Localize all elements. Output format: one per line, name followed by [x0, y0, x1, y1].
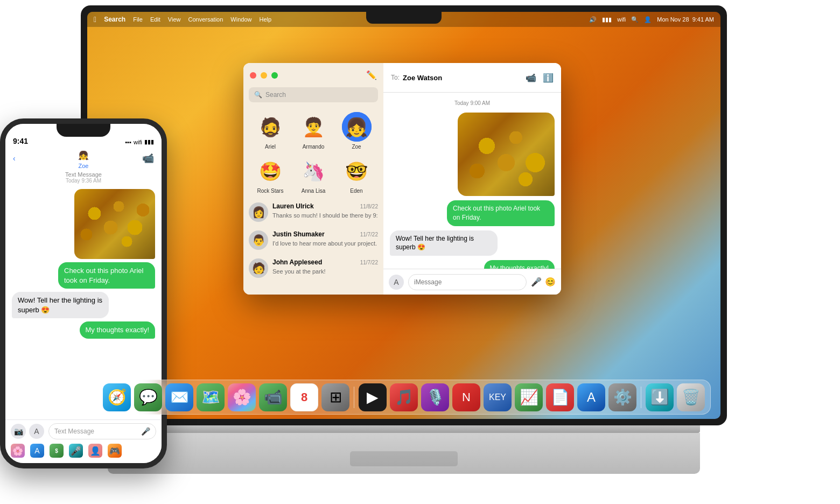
- dock-mail[interactable]: ✉️: [165, 383, 193, 411]
- iphone-apps-button[interactable]: A: [29, 424, 44, 439]
- dock-facetime[interactable]: 📹: [259, 383, 287, 411]
- pinned-contact-eden[interactable]: 🤓 Eden: [342, 156, 372, 194]
- conv-avatar-lauren: 👩: [249, 202, 268, 222]
- menubar-wifi[interactable]: wifi: [617, 16, 626, 23]
- macbook-screen-inner:  Search File Edit View Conversation Win…: [87, 12, 720, 419]
- iphone-contact-name[interactable]: Zoe: [79, 163, 89, 169]
- dock-separator: [354, 387, 354, 408]
- apple-menu[interactable]: : [94, 15, 96, 24]
- iphone-msg-2-bubble: Wow! Tell her the lighting is superb 😍: [12, 292, 109, 318]
- macbook-screen-outer:  Search File Edit View Conversation Win…: [81, 5, 727, 425]
- audio-input-button[interactable]: 🎤: [531, 277, 542, 287]
- iphone-chat-time: Today 9:36 AM: [5, 178, 162, 184]
- pinned-contact-annalisa[interactable]: 🦄 Anna Lisa: [299, 156, 328, 194]
- iphone-video-button[interactable]: 📹: [142, 152, 154, 164]
- dock-system-preferences[interactable]: ⚙️: [608, 383, 636, 411]
- dock-calendar[interactable]: 8: [290, 383, 318, 411]
- iphone-msg-photo-row: [12, 189, 155, 259]
- menubar-edit[interactable]: Edit: [150, 16, 160, 23]
- menubar-app-name[interactable]: Search: [104, 16, 125, 23]
- iphone-nav: ‹ 👧 Zoe 📹: [5, 148, 162, 169]
- dock-music[interactable]: 🎵: [390, 383, 418, 411]
- iphone-camera-button[interactable]: 📷: [11, 424, 26, 439]
- info-button[interactable]: ℹ️: [543, 73, 554, 83]
- traffic-light-green[interactable]: [271, 72, 278, 79]
- macbook-base: [108, 425, 700, 474]
- chat-header: To: Zoe Watson 📹 ℹ️: [383, 63, 561, 93]
- iphone-msg-1-row: Check out this photo Ariel took on Frida…: [12, 262, 155, 289]
- menubar-window[interactable]: Window: [230, 16, 251, 23]
- conv-preview-lauren: Thanks so much! I should be there by 9:0…: [272, 212, 378, 219]
- dock-pages[interactable]: 📄: [546, 383, 574, 411]
- iphone-back-button[interactable]: ‹: [13, 154, 16, 163]
- dock-appletv[interactable]: ▶: [359, 383, 387, 411]
- menubar-file[interactable]: File: [133, 16, 143, 23]
- search-placeholder-text: Search: [265, 91, 286, 99]
- sidebar-search[interactable]: 🔍 Search: [249, 87, 378, 102]
- iphone-dock-extra[interactable]: 🎮: [108, 444, 122, 458]
- iphone-msg-2-row: Wow! Tell her the lighting is superb 😍: [12, 292, 155, 318]
- conv-date-justin: 11/7/22: [360, 232, 378, 237]
- dock-launchpad[interactable]: ⊞: [321, 383, 349, 411]
- conv-info-justin: Justin Shumaker 11/7/22 I'd love to hear…: [272, 230, 378, 248]
- conv-info-john: John Appleseed 11/7/22 See you at the pa…: [272, 258, 378, 276]
- chat-recipient-name: Zoe Watson: [403, 74, 442, 82]
- iphone-contact-avatar[interactable]: 👧: [76, 148, 91, 163]
- apps-button[interactable]: A: [389, 275, 404, 290]
- pinned-name-zoe: Zoe: [352, 144, 361, 150]
- dock-separator-2: [641, 387, 641, 408]
- iphone-text-input[interactable]: Text Message 🎤: [48, 423, 156, 439]
- compose-button[interactable]: ✏️: [366, 70, 377, 80]
- iphone-contact-center: 👧 Zoe: [76, 148, 91, 169]
- conv-date-lauren: 11/8/22: [360, 204, 378, 209]
- dock-news[interactable]: N: [452, 383, 480, 411]
- video-call-button[interactable]: 📹: [526, 73, 536, 83]
- imessage-input[interactable]: [408, 274, 527, 290]
- menubar-view[interactable]: View: [168, 16, 181, 23]
- dock-appstore[interactable]: A: [577, 383, 605, 411]
- macbook-trackpad: [350, 451, 458, 466]
- pinned-name-annalisa: Anna Lisa: [302, 188, 325, 194]
- iphone-dock-photos[interactable]: 🌸: [11, 444, 25, 458]
- conversation-list: 👩 Lauren Ulrick 11/8/22 Thanks so much! …: [243, 198, 383, 295]
- pinned-contact-armando[interactable]: 🧑‍🦱 Armando: [299, 112, 328, 150]
- dock-photos[interactable]: 🌸: [228, 383, 256, 411]
- chat-timestamp: Today 9:00 AM: [390, 100, 555, 106]
- iphone-mic-icon[interactable]: 🎤: [141, 427, 150, 436]
- dock-keynote[interactable]: KEY: [484, 383, 512, 411]
- iphone-dock-audio[interactable]: 🎤: [69, 444, 83, 458]
- dock-numbers[interactable]: 📈: [515, 383, 543, 411]
- conv-item-lauren[interactable]: 👩 Lauren Ulrick 11/8/22 Thanks so much! …: [243, 198, 383, 226]
- pinned-name-rockstars: Rock Stars: [257, 188, 284, 194]
- menubar-volume[interactable]: 🔊: [589, 16, 597, 23]
- dock-podcasts[interactable]: 🎙️: [421, 383, 449, 411]
- menubar-siri[interactable]: 👤: [644, 16, 652, 23]
- iphone-bottom-bar: 📷 A Text Message 🎤 🌸 A $ 🎤 👤: [5, 419, 162, 463]
- dock-messages-icon[interactable]: 💬: [134, 383, 162, 411]
- pinned-name-eden: Eden: [350, 188, 362, 194]
- iphone-status-icons: ▪▪▪ wifi ▮▮▮: [125, 138, 154, 145]
- iphone-dock-appstore[interactable]: A: [30, 444, 44, 458]
- iphone-time: 9:41: [13, 137, 28, 145]
- menubar-help[interactable]: Help: [259, 16, 271, 23]
- traffic-light-yellow[interactable]: [261, 72, 267, 79]
- iphone-input-row: 📷 A Text Message 🎤: [11, 423, 156, 439]
- messages-window: ✏️ 🔍 Search 🧔 Ariel: [243, 63, 561, 295]
- msg-photo-bubble: [458, 113, 555, 196]
- iphone-dock-avatar[interactable]: 👤: [88, 444, 102, 458]
- pinned-contact-zoe[interactable]: 👧 Zoe: [342, 112, 372, 150]
- emoji-button[interactable]: 😊: [545, 277, 556, 287]
- traffic-light-red[interactable]: [250, 72, 256, 79]
- menubar-conversation[interactable]: Conversation: [188, 16, 223, 23]
- pinned-contact-ariel[interactable]: 🧔 Ariel: [256, 112, 285, 150]
- dock-trash[interactable]: 🗑️: [677, 383, 705, 411]
- pinned-contact-rockstars[interactable]: 🤩 Rock Stars: [256, 156, 285, 194]
- conv-item-john[interactable]: 🧑 John Appleseed 11/7/22 See you at the …: [243, 254, 383, 282]
- dock-maps[interactable]: 🗺️: [197, 383, 225, 411]
- dock-safari[interactable]: 🧭: [103, 383, 131, 411]
- dock-airdrop[interactable]: ⬇️: [646, 383, 674, 411]
- conv-item-justin[interactable]: 👨 Justin Shumaker 11/7/22 I'd love to he…: [243, 226, 383, 254]
- menubar-search[interactable]: 🔍: [631, 16, 639, 23]
- iphone-chat-info: Text Message Today 9:36 AM: [5, 169, 162, 186]
- iphone-dock-cash[interactable]: $: [50, 444, 64, 458]
